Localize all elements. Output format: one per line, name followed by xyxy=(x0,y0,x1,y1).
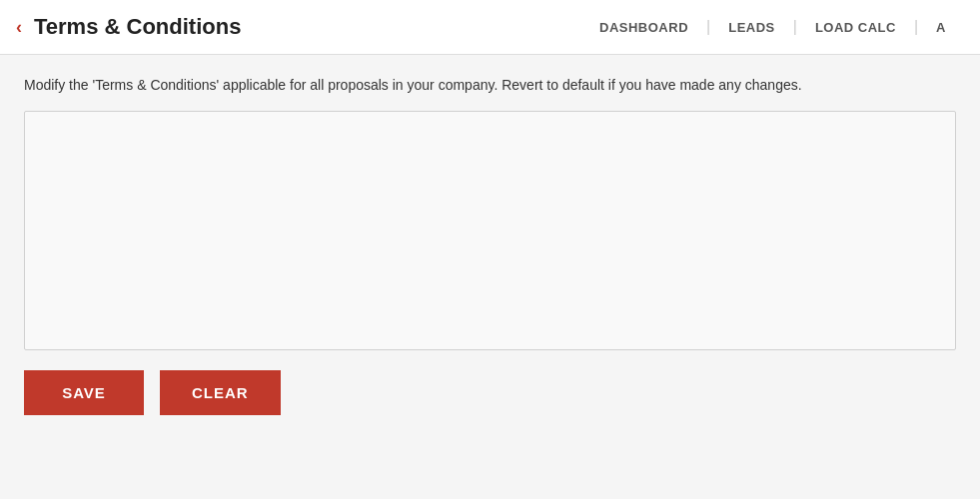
save-button[interactable]: SAVE xyxy=(24,370,144,415)
back-button[interactable]: ‹ xyxy=(16,17,22,38)
nav-a[interactable]: A xyxy=(918,20,964,35)
action-buttons: SAVE CLEAR xyxy=(24,370,956,415)
description-text: Modify the 'Terms & Conditions' applicab… xyxy=(24,77,956,93)
clear-button[interactable]: CLEAR xyxy=(160,370,281,415)
nav-dashboard[interactable]: DASHBOARD xyxy=(581,20,706,35)
top-nav: DASHBOARD | LEADS | LOAD CALC | A xyxy=(581,18,964,36)
terms-text-area-wrapper xyxy=(24,111,956,350)
page-title: Terms & Conditions xyxy=(34,14,581,40)
main-content: Modify the 'Terms & Conditions' applicab… xyxy=(0,55,980,431)
nav-load-calc[interactable]: LOAD CALC xyxy=(797,20,914,35)
app-header: ‹ Terms & Conditions DASHBOARD | LEADS |… xyxy=(0,0,980,55)
nav-leads[interactable]: LEADS xyxy=(710,20,793,35)
terms-conditions-textarea[interactable] xyxy=(37,122,943,339)
